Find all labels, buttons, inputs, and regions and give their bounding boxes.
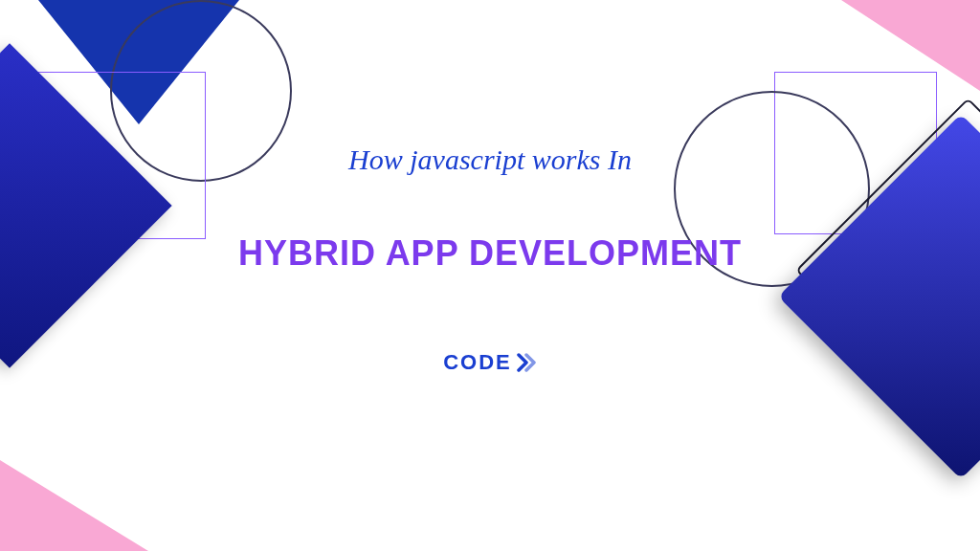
subtitle-text: How javascript works In <box>0 143 980 176</box>
decorative-triangle-bottom-left <box>0 460 148 551</box>
logo-text: CODE <box>443 350 512 375</box>
brand-logo: CODE <box>443 350 537 375</box>
title-text: HYBRID APP DEVELOPMENT <box>0 233 980 274</box>
main-content: How javascript works In HYBRID APP DEVEL… <box>0 143 980 375</box>
logo-chevron-icon <box>516 353 537 372</box>
